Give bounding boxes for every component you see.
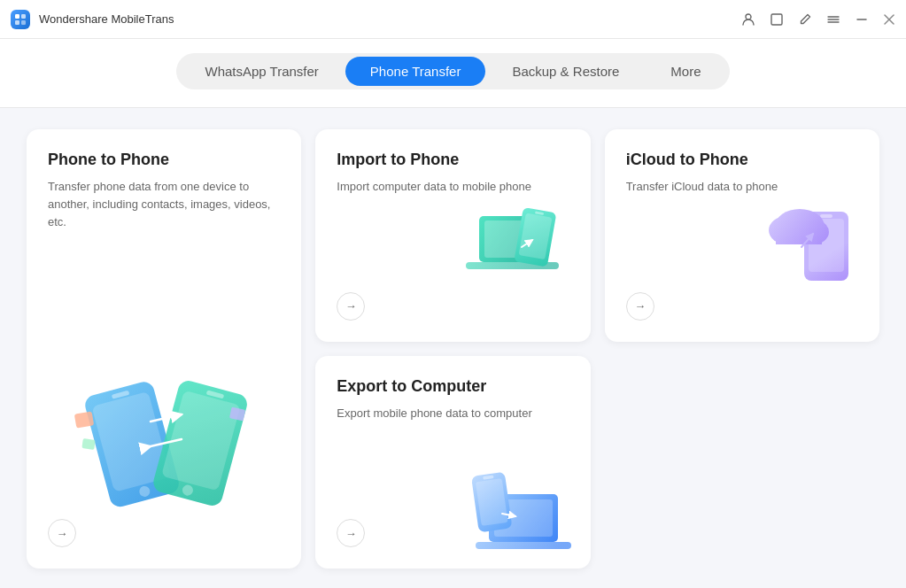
export-illustration: [467, 459, 582, 556]
card-icloud-to-phone[interactable]: iCloud to Phone Transfer iCloud data to …: [605, 129, 879, 342]
card-icloud-arrow[interactable]: →: [626, 292, 654, 321]
tab-more[interactable]: More: [646, 57, 725, 86]
card-export-title: Export to Computer: [337, 377, 569, 396]
card-icloud-title: iCloud to Phone: [626, 151, 858, 169]
svg-rect-35: [776, 230, 822, 244]
card-phone-to-phone-desc: Transfer phone data from one device to a…: [48, 178, 280, 333]
svg-rect-20: [74, 411, 94, 428]
titlebar-left: Wondershare MobileTrans: [11, 10, 174, 29]
svg-rect-3: [21, 20, 26, 25]
card-export-to-computer[interactable]: Export to Computer Export mobile phone d…: [315, 356, 590, 569]
nav-tabs: WhatsApp Transfer Phone Transfer Backup …: [176, 53, 729, 89]
svg-rect-21: [82, 438, 96, 450]
card-phone-to-phone-arrow[interactable]: →: [48, 519, 76, 547]
edit-icon[interactable]: [798, 12, 812, 27]
svg-rect-31: [820, 214, 832, 218]
account-icon[interactable]: [741, 12, 755, 27]
svg-rect-0: [15, 14, 19, 19]
svg-rect-2: [15, 20, 19, 25]
import-illustration: [461, 185, 577, 282]
phone-to-phone-illustration: [66, 342, 261, 510]
svg-point-4: [746, 14, 751, 19]
card-import-arrow[interactable]: →: [337, 292, 365, 321]
titlebar: Wondershare MobileTrans: [0, 0, 906, 39]
nav-bar: WhatsApp Transfer Phone Transfer Backup …: [0, 39, 906, 108]
minimize-icon[interactable]: [855, 12, 869, 27]
card-phone-to-phone-title: Phone to Phone: [48, 151, 280, 169]
tab-backup[interactable]: Backup & Restore: [487, 57, 644, 86]
app-icon: [11, 10, 30, 29]
svg-rect-1: [21, 14, 26, 19]
tab-whatsapp[interactable]: WhatsApp Transfer: [180, 57, 343, 86]
card-import-title: Import to Phone: [337, 151, 569, 169]
svg-rect-5: [771, 14, 782, 25]
card-phone-to-phone[interactable]: Phone to Phone Transfer phone data from …: [27, 129, 301, 569]
titlebar-controls: [741, 12, 895, 27]
main-content: Phone to Phone Transfer phone data from …: [0, 108, 906, 588]
card-export-arrow[interactable]: →: [337, 519, 365, 547]
card-import-to-phone[interactable]: Import to Phone Import computer data to …: [315, 129, 590, 342]
icloud-illustration: [755, 185, 871, 282]
app-title: Wondershare MobileTrans: [39, 12, 174, 26]
menu-icon[interactable]: [826, 12, 840, 27]
window-icon[interactable]: [770, 12, 784, 27]
svg-rect-38: [476, 542, 571, 549]
tab-phone[interactable]: Phone Transfer: [345, 57, 486, 86]
close-icon[interactable]: [883, 13, 895, 26]
